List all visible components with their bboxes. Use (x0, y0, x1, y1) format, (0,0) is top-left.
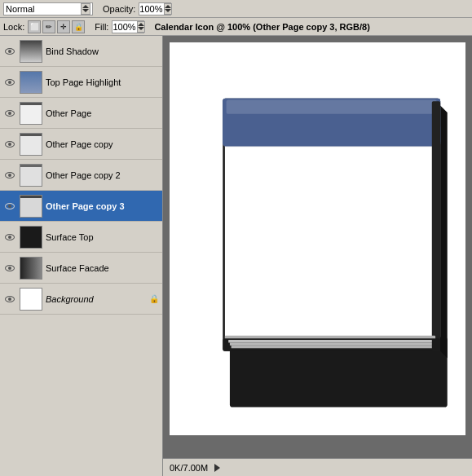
blend-mode-select[interactable]: Normal (3, 2, 93, 15)
opacity-arrows[interactable] (164, 3, 172, 15)
layer-name: Other Page copy 2 (46, 170, 159, 180)
svg-marker-2 (440, 105, 448, 358)
svg-rect-19 (232, 346, 432, 348)
layer-thumbnail (20, 257, 42, 280)
layer-thumbnail (20, 102, 42, 125)
thumb-content (20, 72, 42, 93)
thumb-content (20, 196, 42, 217)
layer-name: Top Page Highlight (46, 77, 159, 87)
thumb-content (20, 41, 42, 62)
document-title: Calendar Icon @ 100% (Other Page copy 3,… (154, 22, 369, 32)
svg-rect-14 (432, 101, 440, 350)
second-toolbar: Lock: ⬜ ✏ ✛ 🔒 Fill: 100% Calendar Icon @… (0, 18, 472, 36)
fill-down-arrow (138, 27, 144, 30)
main-area: Bind Shadow Top Page Highlight Other Pag… (0, 36, 472, 476)
calendar-illustration (170, 42, 465, 435)
top-toolbar: Normal Opacity: 100% (0, 0, 472, 18)
thumb-content (20, 258, 42, 279)
lock-transparent-btn[interactable]: ⬜ (28, 20, 41, 33)
layer-row[interactable]: Other Page copy 2 (0, 160, 162, 191)
layer-thumbnail (20, 40, 42, 63)
status-bar: 0K/7.00M (163, 458, 472, 476)
eye-symbol (5, 79, 15, 86)
layer-thumbnail (20, 133, 42, 156)
fill-arrows[interactable] (137, 21, 145, 33)
thumb-content (20, 165, 42, 186)
eye-icon[interactable] (3, 107, 16, 120)
opacity-down-arrow (165, 9, 171, 12)
layer-name: Other Page (46, 108, 159, 118)
layer-thumbnail (20, 164, 42, 187)
layer-row[interactable]: Surface Top (0, 222, 162, 253)
layer-name: Surface Facade (46, 263, 159, 273)
layer-name: Other Page copy (46, 139, 159, 149)
eye-symbol (5, 110, 15, 117)
eye-icon[interactable] (3, 138, 16, 151)
lock-position-btn[interactable]: ✛ (57, 20, 70, 33)
layer-thumbnail (20, 288, 42, 311)
opacity-input[interactable]: 100% (139, 2, 171, 15)
layer-name: Other Page copy 3 (46, 201, 159, 211)
eye-icon[interactable] (3, 293, 16, 306)
layer-row[interactable]: Bind Shadow (0, 36, 162, 67)
layer-thumbnail (20, 71, 42, 94)
fill-label: Fill: (95, 22, 108, 32)
eye-symbol (5, 172, 15, 178)
blend-mode-down-arrow (82, 9, 89, 12)
thumb-content (20, 103, 42, 124)
svg-rect-18 (230, 342, 432, 345)
eye-symbol (5, 48, 15, 55)
eye-symbol (5, 203, 15, 209)
blend-mode-up-arrow (82, 5, 89, 8)
layer-row[interactable]: Other Page copy (0, 129, 162, 160)
layer-row[interactable]: Top Page Highlight (0, 67, 162, 98)
canvas-area[interactable]: 0K/7.00M (163, 36, 472, 476)
layer-row[interactable]: Other Page (0, 98, 162, 129)
layer-row[interactable]: Background 🔒 (0, 284, 162, 315)
lock-icons: ⬜ ✏ ✛ 🔒 (28, 20, 85, 33)
canvas-content (163, 36, 472, 458)
eye-icon[interactable] (3, 200, 16, 213)
svg-rect-13 (227, 100, 437, 114)
status-text: 0K/7.00M (170, 463, 208, 473)
thumb-content (20, 227, 42, 248)
layer-name: Bind Shadow (46, 46, 159, 56)
eye-icon[interactable] (3, 231, 16, 244)
blend-mode-arrows[interactable] (81, 3, 90, 15)
fill-input[interactable]: 100% (112, 20, 144, 33)
layer-thumbnail (20, 226, 42, 249)
opacity-label: Opacity: (103, 4, 135, 14)
eye-symbol (5, 234, 15, 240)
svg-rect-17 (228, 340, 432, 342)
eye-icon[interactable] (3, 45, 16, 58)
layer-row[interactable]: Surface Facade (0, 253, 162, 284)
lock-badge: 🔒 (149, 293, 159, 305)
fill-up-arrow (138, 23, 144, 26)
lock-image-btn[interactable]: ✏ (42, 20, 55, 33)
layer-name: Surface Top (46, 232, 159, 242)
status-arrow[interactable] (214, 464, 220, 472)
layers-panel: Bind Shadow Top Page Highlight Other Pag… (0, 36, 163, 476)
opacity-value: 100% (139, 4, 163, 14)
thumb-content (20, 289, 42, 310)
eye-icon[interactable] (3, 169, 16, 182)
layer-row-selected[interactable]: Other Page copy 3 (0, 191, 162, 222)
eye-symbol (5, 296, 15, 302)
layer-name-background: Background (46, 294, 146, 304)
fill-value: 100% (112, 22, 136, 32)
layer-thumbnail (20, 195, 42, 218)
thumb-content (20, 134, 42, 155)
blend-mode-value: Normal (6, 4, 81, 14)
opacity-up-arrow (165, 5, 171, 8)
lock-label: Lock: (3, 22, 24, 32)
eye-icon[interactable] (3, 262, 16, 275)
eye-symbol (5, 265, 15, 271)
eye-icon[interactable] (3, 76, 16, 89)
canvas-white (170, 42, 465, 435)
svg-rect-10 (225, 143, 435, 340)
eye-symbol (5, 141, 15, 148)
lock-all-btn[interactable]: 🔒 (72, 20, 85, 33)
